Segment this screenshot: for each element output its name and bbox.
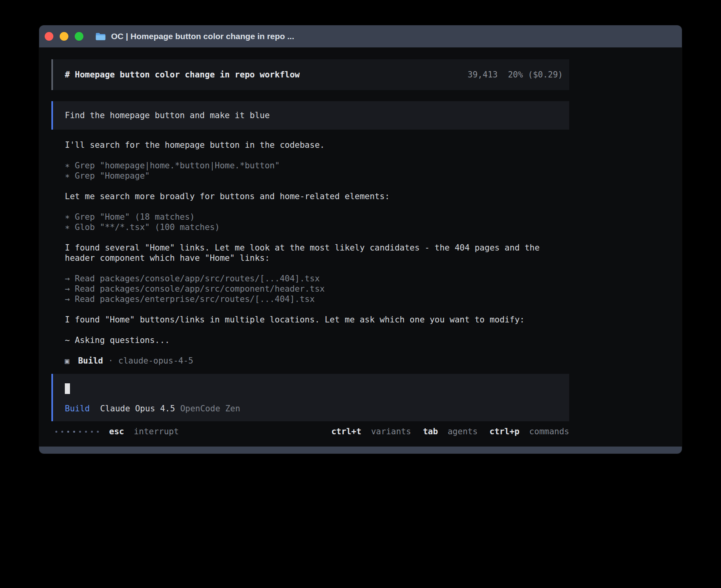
close-button[interactable]: [45, 32, 53, 41]
window-title: OC | Homepage button color change in rep…: [111, 32, 294, 41]
agent-icon: ▣: [65, 356, 69, 366]
prompt-input[interactable]: Build Claude Opus 4.5 OpenCode Zen: [51, 374, 569, 421]
spinner-dot: [67, 431, 69, 433]
variants-hint: ctrl+t variants: [331, 426, 411, 437]
assistant-message: I found several "Home" links. Let me loo…: [65, 243, 569, 263]
token-count: 39,413: [468, 70, 498, 80]
commands-key: ctrl+p: [489, 427, 519, 436]
spinner-dot: [91, 431, 93, 433]
esc-key: esc: [109, 427, 124, 436]
traffic-lights: [45, 32, 83, 41]
commands-hint: ctrl+p commands: [489, 426, 569, 437]
esc-label: interrupt: [134, 427, 179, 436]
session-title: # Homepage button color change in repo w…: [65, 70, 300, 80]
mode-indicator: Build: [65, 403, 90, 414]
variants-label: variants: [371, 427, 411, 436]
minimize-button[interactable]: [60, 32, 68, 41]
conversation: I'll search for the homepage button in t…: [51, 140, 569, 366]
input-mode-line: Build Claude Opus 4.5 OpenCode Zen: [65, 403, 557, 414]
desktop: { "colors": { "accent_blue": "#4e7df2", …: [0, 0, 721, 588]
spinner-dot: [55, 431, 57, 433]
tool-call-grep: ∗ Grep "Homepage": [65, 171, 569, 181]
context-usage: 20% ($0.29): [508, 70, 563, 80]
agents-key: tab: [423, 427, 438, 436]
spinner-dot: [97, 431, 99, 433]
tool-call-grep: ∗ Grep "Home" (18 matches): [65, 212, 569, 222]
status-bar: esc interrupt ctrl+t variants tab agents…: [51, 426, 569, 437]
model-indicator: Claude Opus 4.5: [100, 403, 175, 414]
assistant-message: I found "Home" buttons/links in multiple…: [65, 315, 569, 325]
status-left: esc interrupt: [55, 426, 179, 437]
assistant-message: I'll search for the homepage button in t…: [65, 140, 569, 150]
text-cursor: [65, 383, 70, 394]
tool-call-read: → Read packages/console/app/src/routes/[…: [65, 273, 569, 284]
tool-call-group: → Read packages/console/app/src/routes/[…: [65, 273, 569, 304]
esc-hint: esc interrupt: [109, 426, 179, 437]
spinner-dot: [61, 431, 63, 433]
variants-key: ctrl+t: [331, 427, 361, 436]
assistant-message: Let me search more broadly for buttons a…: [65, 191, 569, 202]
zoom-button[interactable]: [75, 32, 83, 41]
user-message-text: Find the homepage button and make it blu…: [65, 110, 270, 121]
tool-call-read: → Read packages/enterprise/src/routes/[.…: [65, 294, 569, 304]
asking-status: ~ Asking questions...: [65, 335, 569, 345]
user-message: Find the homepage button and make it blu…: [51, 101, 569, 130]
session-header: # Homepage button color change in repo w…: [51, 59, 569, 90]
spinner-dot: [85, 431, 87, 433]
tool-call-grep: ∗ Grep "homepage|home.*button|Home.*butt…: [65, 160, 569, 171]
agents-label: agents: [447, 427, 478, 436]
titlebar[interactable]: OC | Homepage button color change in rep…: [39, 25, 682, 47]
agent-status-row: ▣ Build · claude-opus-4-5: [65, 356, 569, 366]
tool-call-group: ∗ Grep "homepage|home.*button|Home.*butt…: [65, 160, 569, 181]
tool-call-group: ∗ Grep "Home" (18 matches) ∗ Glob "**/*.…: [65, 212, 569, 232]
terminal-content: # Homepage button color change in repo w…: [39, 47, 682, 447]
commands-label: commands: [529, 427, 569, 436]
spinner-dot: [79, 431, 81, 433]
provider-indicator: OpenCode Zen: [180, 403, 240, 414]
spinner-dot: [73, 431, 75, 433]
spinner: [55, 431, 99, 433]
agent-model: claude-opus-4-5: [118, 356, 193, 366]
terminal-window: OC | Homepage button color change in rep…: [39, 25, 682, 454]
titlebar-title-group: OC | Homepage button color change in rep…: [95, 32, 294, 41]
agent-name: Build: [78, 356, 103, 366]
agents-hint: tab agents: [423, 426, 478, 437]
session-meta: 39,413 20% ($0.29): [468, 70, 563, 80]
status-right: ctrl+t variants tab agents ctrl+p comman…: [331, 426, 569, 437]
folder-icon: [95, 32, 106, 41]
tool-call-read: → Read packages/console/app/src/componen…: [65, 284, 569, 294]
agent-separator: ·: [108, 356, 113, 366]
tool-call-glob: ∗ Glob "**/*.tsx" (100 matches): [65, 222, 569, 232]
